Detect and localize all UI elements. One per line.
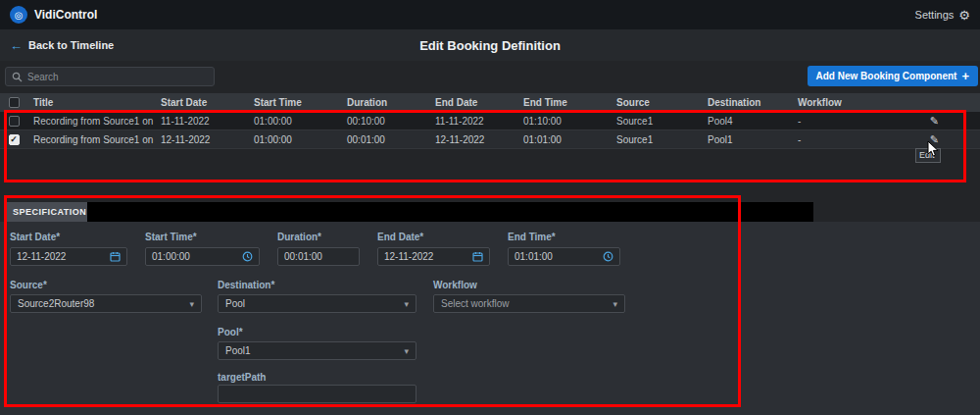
source-label: Source*	[10, 280, 47, 290]
pool-value: Pool1	[225, 345, 251, 356]
start-date-field[interactable]	[10, 247, 127, 266]
row-duration: 00:01:00	[341, 134, 429, 145]
vidicontrol-logo-icon: ◎	[10, 6, 27, 24]
search-icon	[12, 72, 23, 82]
row-checkbox[interactable]	[9, 116, 20, 127]
end-time-input[interactable]	[514, 251, 599, 262]
workflow-label: Workflow	[433, 280, 477, 290]
gear-icon[interactable]: ⚙	[958, 8, 970, 23]
chevron-down-icon: ▾	[189, 299, 194, 309]
row-start-date: 11-11-2022	[155, 116, 248, 127]
col-start-date: Start Date	[155, 97, 248, 108]
row-end-date: 12-11-2022	[429, 134, 517, 145]
chevron-down-icon: ▾	[404, 346, 409, 356]
row-start-time: 01:00:00	[248, 116, 341, 127]
end-time-field[interactable]	[508, 247, 620, 266]
workflow-dropdown[interactable]: Select workflow ▾	[433, 294, 625, 313]
table-row[interactable]: Recording from Source1 on Pool4 11-11-20…	[0, 112, 980, 130]
top-bar: ◎ VidiControl Settings ⚙	[0, 0, 980, 29]
tab-specification[interactable]: SPECIFICATION	[5, 202, 94, 222]
pool-label: Pool*	[218, 327, 243, 337]
pool-dropdown[interactable]: Pool1 ▾	[218, 341, 416, 360]
table-row-selected[interactable]: ✓ Recording from Source1 on Pool1 12-11-…	[0, 130, 980, 149]
chevron-down-icon: ▾	[612, 299, 617, 309]
col-destination: Destination	[702, 97, 792, 108]
settings-button[interactable]: Settings ⚙	[915, 8, 970, 23]
plus-icon: +	[961, 69, 969, 83]
back-arrow-icon: ←	[10, 38, 23, 53]
col-end-time: End Time	[517, 97, 611, 108]
col-workflow: Workflow	[792, 97, 885, 108]
col-duration: Duration	[341, 97, 429, 108]
row-end-time: 01:01:00	[517, 134, 611, 145]
start-time-field[interactable]	[145, 247, 260, 266]
brand: ◎ VidiControl	[10, 6, 97, 24]
edit-tooltip: Edit	[915, 148, 941, 163]
row-workflow: -	[792, 134, 885, 145]
row-end-date: 11-11-2022	[429, 116, 517, 127]
row-end-time: 01:10:00	[517, 116, 611, 127]
search-box[interactable]	[5, 67, 215, 86]
targetpath-input[interactable]	[224, 389, 410, 399]
app-window: ◎ VidiControl Settings ⚙ ← Back to Timel…	[0, 0, 980, 415]
duration-input[interactable]	[284, 251, 353, 262]
search-input[interactable]	[27, 72, 208, 82]
row-start-time: 01:00:00	[248, 134, 341, 145]
add-button-label: Add New Booking Component	[816, 71, 957, 81]
calendar-icon[interactable]	[472, 251, 483, 262]
settings-label: Settings	[915, 9, 955, 21]
back-label: Back to Timeline	[28, 39, 114, 51]
select-all-checkbox[interactable]	[9, 97, 20, 108]
source-value: Source2Router98	[18, 298, 94, 309]
sub-header: ← Back to Timeline Edit Booking Definiti…	[0, 29, 980, 61]
clock-icon[interactable]	[603, 251, 613, 262]
targetpath-field[interactable]	[218, 385, 416, 403]
app-title: VidiControl	[34, 8, 97, 22]
chevron-down-icon: ▾	[404, 299, 409, 309]
redaction-bar	[87, 202, 813, 222]
end-date-field[interactable]	[377, 247, 490, 266]
destination-value: Pool	[225, 298, 245, 309]
clock-icon[interactable]	[242, 251, 253, 262]
duration-label: Duration*	[277, 232, 321, 242]
col-start-time: Start Time	[248, 97, 341, 108]
edit-pencil-icon[interactable]: ✎	[930, 133, 939, 146]
table-header: Title Start Date Start Time Duration End…	[0, 93, 980, 112]
page-title: Edit Booking Definition	[0, 29, 980, 61]
start-time-input[interactable]	[152, 251, 238, 262]
end-date-label: End Date*	[377, 232, 423, 242]
destination-dropdown[interactable]: Pool ▾	[218, 294, 416, 313]
row-duration: 00:10:00	[341, 116, 429, 127]
row-start-date: 12-11-2022	[155, 134, 248, 145]
source-dropdown[interactable]: Source2Router98 ▾	[10, 294, 202, 313]
row-title: Recording from Source1 on Pool1	[27, 134, 155, 145]
start-time-label: Start Time*	[145, 232, 197, 242]
col-source: Source	[611, 97, 702, 108]
edit-pencil-icon[interactable]: ✎	[930, 115, 939, 128]
row-source: Source1	[611, 134, 702, 145]
end-date-input[interactable]	[384, 251, 468, 262]
end-time-label: End Time*	[508, 232, 556, 242]
row-destination: Pool1	[702, 134, 792, 145]
add-new-booking-component-button[interactable]: Add New Booking Component +	[808, 66, 978, 86]
start-date-label: Start Date*	[10, 232, 60, 242]
destination-label: Destination*	[218, 280, 274, 290]
row-checkbox[interactable]: ✓	[9, 134, 20, 145]
targetpath-label: targetPath	[218, 372, 266, 383]
start-date-input[interactable]	[17, 251, 106, 262]
row-destination: Pool4	[702, 116, 792, 127]
calendar-icon[interactable]	[110, 251, 121, 262]
back-to-timeline-button[interactable]: ← Back to Timeline	[10, 38, 114, 53]
duration-field[interactable]	[277, 247, 360, 266]
col-end-date: End Date	[429, 97, 517, 108]
workflow-value: Select workflow	[441, 298, 509, 309]
row-source: Source1	[611, 116, 702, 127]
row-title: Recording from Source1 on Pool4	[27, 116, 155, 127]
row-workflow: -	[792, 116, 885, 127]
col-title: Title	[27, 97, 155, 108]
